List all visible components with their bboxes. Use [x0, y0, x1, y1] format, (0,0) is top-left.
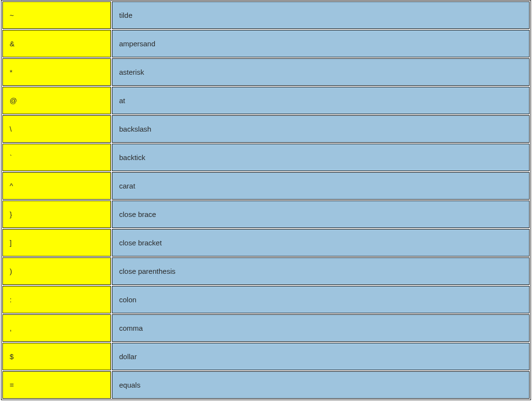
table-row: ^ carat: [2, 172, 530, 200]
table-row: ] close bracket: [2, 229, 530, 256]
name-cell: comma: [112, 314, 530, 342]
name-cell: ampersand: [112, 30, 530, 57]
table-row: @ at: [2, 87, 530, 114]
table-row: } close brace: [2, 201, 530, 228]
table-row: , comma: [2, 314, 530, 342]
symbol-cell: ,: [2, 314, 111, 342]
name-cell: at: [112, 87, 530, 114]
name-cell: tilde: [112, 1, 530, 29]
symbol-cell: ^: [2, 172, 111, 200]
symbol-cell: =: [2, 371, 111, 399]
table-row: * asterisk: [2, 58, 530, 86]
name-cell: backslash: [112, 115, 530, 143]
name-cell: equals: [112, 371, 530, 399]
symbol-cell: &: [2, 30, 111, 57]
table-row: ~ tilde: [2, 1, 530, 29]
table-row: = equals: [2, 371, 530, 399]
symbol-cell: $: [2, 343, 111, 370]
name-cell: close parenthesis: [112, 257, 530, 285]
name-cell: carat: [112, 172, 530, 200]
table-row: ) close parenthesis: [2, 257, 530, 285]
symbols-table-body: ~ tilde & ampersand * asterisk @ at \ ba…: [2, 1, 530, 399]
table-row: \ backslash: [2, 115, 530, 143]
table-row: $ dollar: [2, 343, 530, 370]
name-cell: colon: [112, 286, 530, 313]
symbol-cell: *: [2, 58, 111, 86]
symbol-cell: @: [2, 87, 111, 114]
name-cell: backtick: [112, 144, 530, 171]
symbol-cell: \: [2, 115, 111, 143]
symbol-cell: ): [2, 257, 111, 285]
symbol-cell: `: [2, 144, 111, 171]
name-cell: asterisk: [112, 58, 530, 86]
symbol-cell: :: [2, 286, 111, 313]
symbols-table: ~ tilde & ampersand * asterisk @ at \ ba…: [1, 0, 531, 400]
table-row: ` backtick: [2, 144, 530, 171]
symbol-cell: ]: [2, 229, 111, 256]
table-row: : colon: [2, 286, 530, 313]
symbol-cell: ~: [2, 1, 111, 29]
table-row: & ampersand: [2, 30, 530, 57]
symbol-cell: }: [2, 201, 111, 228]
name-cell: close bracket: [112, 229, 530, 256]
name-cell: dollar: [112, 343, 530, 370]
name-cell: close brace: [112, 201, 530, 228]
